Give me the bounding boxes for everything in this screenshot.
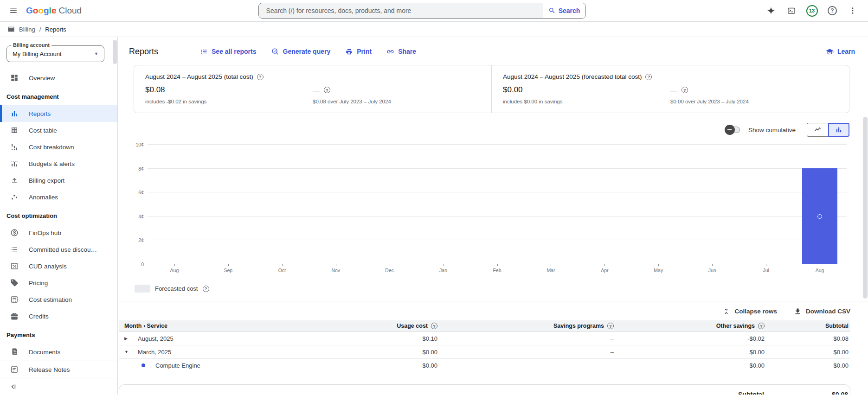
help-icon[interactable]: ? [203, 286, 209, 292]
download-csv-button[interactable]: Download CSV [794, 307, 850, 315]
download-csv-label: Download CSV [806, 308, 850, 315]
help-icon[interactable]: ? [607, 323, 614, 329]
expand-row-icon[interactable]: ▶ [124, 336, 129, 341]
gemini-button[interactable] [762, 2, 780, 19]
print-button[interactable]: Print [345, 48, 372, 56]
search-button[interactable]: Search [543, 3, 585, 18]
show-cumulative-toggle[interactable] [726, 127, 740, 133]
sidebar-item-committed-use-discou[interactable]: Committed use discou… [0, 241, 117, 258]
sidebar-pinned: Release Notes [0, 361, 117, 395]
query-icon [271, 48, 279, 56]
sidebar-item-label: CUD analysis [29, 263, 67, 270]
collapse-row-icon[interactable]: ▼ [124, 350, 129, 354]
sidebar-item-cost-table[interactable]: Cost table [0, 122, 117, 139]
help-icon[interactable]: ? [257, 74, 264, 80]
collapse-rows-button[interactable]: Collapse rows [722, 307, 777, 315]
table-row-march-2025[interactable]: ▼March, 2025$0.00–$0.00$0.00 [119, 345, 850, 359]
help-icon[interactable]: ? [758, 323, 765, 329]
totals-subtotal-value: $0.08 [764, 391, 850, 395]
sidebar-item-pricing[interactable]: Pricing [0, 274, 117, 291]
x-tick [282, 264, 283, 266]
totals-card-partial: Subtotal $0.08 [119, 384, 850, 395]
breadcrumb-billing[interactable]: Billing [19, 26, 35, 33]
help-icon[interactable]: ? [324, 87, 330, 93]
forecast-cost-card: August 2024 – August 2025 (forecasted to… [491, 65, 849, 113]
billing-account-selector[interactable]: Billing account My Billing Account ▼ [6, 45, 104, 62]
sidebar-item-overview[interactable]: Overview [0, 70, 117, 86]
sidebar-item-credits[interactable]: Credits [0, 308, 117, 325]
sidebar-item-budgets-alerts[interactable]: Budgets & alerts [0, 155, 117, 172]
sidebar-item-billing-export[interactable]: Billing export [0, 172, 117, 189]
bar-chart-button[interactable] [828, 123, 849, 137]
sidebar-item-finops-hub[interactable]: FinOps hub [0, 224, 117, 241]
sidebar-item-cud-analysis[interactable]: CUD analysis [0, 258, 117, 274]
main-scrollbar[interactable] [863, 117, 868, 299]
sidebar-section-payments: Payments [0, 325, 117, 344]
x-tick [174, 264, 175, 266]
x-tick [228, 264, 229, 266]
help-icon[interactable]: ? [682, 87, 688, 93]
credits-icon [10, 312, 19, 320]
chart-point-marker[interactable] [817, 214, 822, 219]
search-bar: Search [258, 3, 586, 19]
breadcrumb-reports: Reports [45, 26, 66, 33]
overview-icon [10, 74, 19, 82]
cloud-shell-button[interactable] [783, 2, 800, 19]
gridline [148, 192, 847, 192]
sidebar-item-label: Credits [29, 313, 49, 320]
sidebar-item-cost-estimation[interactable]: Cost estimation [0, 291, 117, 308]
column-header-subtotal: Subtotal [765, 323, 850, 329]
breadcrumb-separator: / [39, 26, 41, 33]
forecast-cost-delta-subtext: $0.00 over July 2023 – July 2024 [670, 99, 749, 104]
sidebar-item-release-notes[interactable]: Release Notes [0, 361, 117, 378]
x-tick-label: May [654, 268, 663, 273]
sidebar-item-cost-breakdown[interactable]: Cost breakdown [0, 139, 117, 155]
overview-icon [10, 74, 19, 82]
generate-query-button[interactable]: Generate query [271, 48, 331, 56]
help-icon[interactable]: ? [431, 323, 437, 329]
notifications-button[interactable]: 13 [803, 2, 821, 19]
sidebar-item-label: Release Notes [29, 366, 70, 373]
sidebar-item-anomalies[interactable]: Anomalies [0, 189, 117, 205]
dropdown-arrow-icon: ▼ [94, 51, 98, 56]
cell-other-savings: $0.00 [614, 362, 765, 369]
y-tick-label: 6¢ [138, 190, 144, 195]
cud-analysis-icon [10, 262, 19, 270]
table-row-august-2025[interactable]: ▶August, 2025$0.10–-$0.02$0.08 [119, 332, 850, 345]
x-tick-label: Sep [224, 268, 233, 273]
forecast-cost-title: August 2024 – August 2025 (forecasted to… [503, 73, 642, 80]
column-header-usage-cost: Usage cost? [321, 323, 437, 329]
see-all-reports-button[interactable]: See all reports [200, 48, 257, 56]
sidebar-scrollbar[interactable] [113, 40, 117, 64]
collapse-rows-icon [722, 307, 730, 315]
share-button[interactable]: Share [386, 48, 416, 56]
cell-usage: $0.00 [321, 362, 437, 369]
collapse-sidebar-button[interactable] [0, 378, 117, 395]
sidebar-item-label: Budgets & alerts [29, 160, 75, 167]
reports-icon [10, 109, 19, 118]
help-button[interactable]: ? [823, 2, 841, 19]
x-tick-label: Jan [439, 268, 447, 273]
list-icon [200, 48, 208, 56]
sidebar: Billing account My Billing Account ▼ Ove… [0, 37, 118, 395]
anomalies-icon [10, 193, 19, 201]
table-row-compute-engine[interactable]: Compute Engine$0.00–$0.00$0.00 [119, 359, 850, 372]
menu-button[interactable] [5, 2, 22, 19]
learn-button[interactable]: Learn [826, 48, 855, 56]
sidebar-item-documents[interactable]: Documents [0, 344, 117, 360]
app-root: Google Cloud Search 13 ? [0, 0, 868, 395]
documents-icon [10, 348, 19, 356]
x-tick [444, 264, 444, 266]
help-icon[interactable]: ? [645, 74, 652, 80]
share-icon [386, 48, 394, 56]
finops-hub-icon [10, 229, 19, 237]
sidebar-item-label: Anomalies [29, 194, 58, 201]
search-input[interactable] [259, 3, 543, 18]
line-chart-button[interactable] [807, 123, 828, 137]
more-options-button[interactable] [844, 2, 862, 19]
sidebar-item-transactions[interactable]: Transactions [0, 360, 117, 361]
billing-account-value: My Billing Account [13, 51, 62, 57]
pricing-icon [10, 279, 19, 287]
google-cloud-logo[interactable]: Google Cloud [26, 6, 82, 16]
sidebar-item-reports[interactable]: Reports [0, 105, 117, 122]
